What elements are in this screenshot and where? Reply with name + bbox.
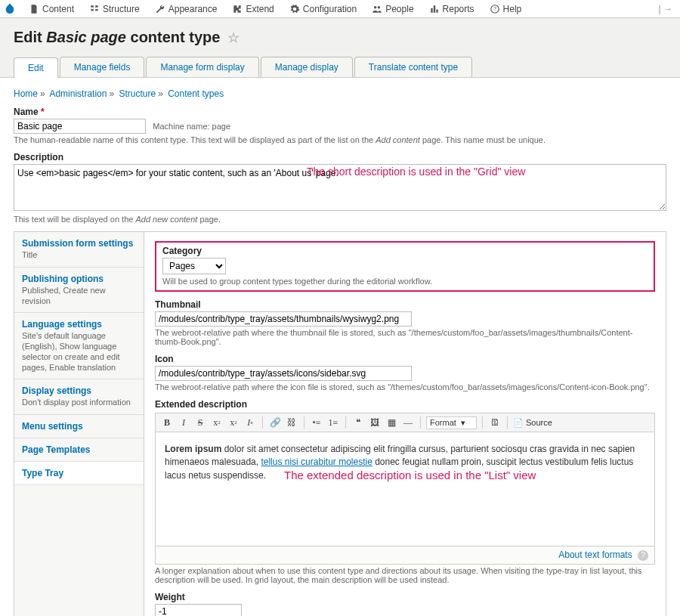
toolbar-item-content[interactable]: Content xyxy=(21,0,82,18)
vtab-page-templates[interactable]: Page Templates xyxy=(14,438,144,462)
machine-name: Machine name: page xyxy=(153,122,230,131)
toolbar-item-structure[interactable]: Structure xyxy=(82,0,147,18)
icon-label: Icon xyxy=(155,354,655,364)
icon-input[interactable] xyxy=(155,366,412,381)
wysiwyg-sample-link[interactable]: tellus nisi curabitur molestie xyxy=(261,457,372,467)
toolbar-label: Configuration xyxy=(303,4,357,14)
help-icon[interactable]: ? xyxy=(638,550,648,561)
breadcrumb-link[interactable]: Structure xyxy=(119,88,156,99)
gear-icon xyxy=(289,4,300,14)
category-description: Will be used to group content types toge… xyxy=(162,277,648,286)
file-icon xyxy=(29,4,39,14)
weight-field-wrapper: Weight Weights are used to sort types wi… xyxy=(155,592,655,616)
wysiwyg-toolbar: B I S x2 x2 Ix 🔗 ⛓ •≡ 1≡ ❝ � xyxy=(156,413,654,432)
tab-translate-content-type[interactable]: Translate content type xyxy=(354,57,472,77)
toolbar-item-extend[interactable]: Extend xyxy=(224,0,281,18)
star-icon[interactable]: ☆ xyxy=(227,30,240,45)
vertical-tabs: Submission form settings Title Publishin… xyxy=(14,231,666,616)
table-icon[interactable]: ▦ xyxy=(385,416,398,429)
vertical-tabs-panel: Category Pages Will be used to group con… xyxy=(144,232,666,616)
remove-format-icon[interactable]: Ix xyxy=(243,416,257,429)
vtab-type-tray[interactable]: Type Tray xyxy=(14,462,144,485)
toolbar-label: Extend xyxy=(246,4,274,14)
admin-toolbar: Content Structure Appearance Extend Conf… xyxy=(0,0,680,18)
icon-field-wrapper: Icon The webroot-relative path where the… xyxy=(155,354,655,392)
primary-tabs: Edit Manage fields Manage form display M… xyxy=(14,57,666,77)
breadcrumb: Home» Administration» Structure» Content… xyxy=(14,85,666,107)
unlink-icon[interactable]: ⛓ xyxy=(285,416,298,429)
format-dropdown[interactable]: Format ▾ xyxy=(426,416,477,429)
strike-icon[interactable]: S xyxy=(193,416,207,429)
toolbar-label: Structure xyxy=(103,4,140,14)
category-label: Category xyxy=(162,246,648,256)
help-icon: ? xyxy=(490,4,500,14)
name-field-wrapper: Name * Machine name: page The human-read… xyxy=(14,107,666,144)
extended-description-label: Extended description xyxy=(155,399,655,410)
annotation-extended-description: The extended description is used in the … xyxy=(284,467,536,484)
wysiwyg-body[interactable]: Lorem ipsum dolor sit amet consectetur a… xyxy=(156,432,654,546)
description-textarea[interactable]: Use <em>basic pages</em> for your static… xyxy=(14,164,666,211)
tab-manage-fields[interactable]: Manage fields xyxy=(60,57,145,77)
page-header: Edit Basic page content type ☆ Edit Mana… xyxy=(0,18,680,78)
toolbar-item-configuration[interactable]: Configuration xyxy=(282,0,364,18)
weight-label: Weight xyxy=(155,592,655,602)
vtab-publishing-options[interactable]: Publishing options Published, Create new… xyxy=(14,268,144,314)
weight-input[interactable] xyxy=(155,604,242,616)
bold-icon[interactable]: B xyxy=(160,416,174,429)
description-help: This text will be displayed on the Add n… xyxy=(14,215,666,224)
image-icon[interactable]: 🖼 xyxy=(368,416,382,429)
toolbar-item-people[interactable]: People xyxy=(364,0,421,18)
category-highlight-box: Category Pages Will be used to group con… xyxy=(155,241,655,292)
italic-icon[interactable]: I xyxy=(177,416,190,429)
toolbar-item-reports[interactable]: Reports xyxy=(422,0,482,18)
extended-description-wrapper: Extended description B I S x2 x2 Ix 🔗 ⛓ … xyxy=(155,399,655,584)
toolbar-item-appearance[interactable]: Appearance xyxy=(147,0,225,18)
puzzle-icon xyxy=(232,4,243,14)
hr-icon[interactable]: — xyxy=(401,416,415,429)
page-title: Edit Basic page content type ☆ xyxy=(14,29,666,46)
tab-manage-display[interactable]: Manage display xyxy=(261,57,353,77)
tab-manage-form-display[interactable]: Manage form display xyxy=(146,57,258,77)
about-text-formats-link[interactable]: About text formats xyxy=(558,549,632,560)
wrench-icon xyxy=(155,4,165,14)
vtab-display-settings[interactable]: Display settings Don't display post info… xyxy=(14,379,144,415)
thumbnail-input[interactable] xyxy=(155,311,412,327)
link-icon[interactable]: 🔗 xyxy=(268,416,282,429)
media-icon[interactable]: 🖻 xyxy=(488,416,502,429)
vtab-language-settings[interactable]: Language settings Site's default languag… xyxy=(14,313,144,379)
description-label: Description xyxy=(14,152,666,163)
wysiwyg-editor: B I S x2 x2 Ix 🔗 ⛓ •≡ 1≡ ❝ � xyxy=(155,413,655,565)
vtab-submission-form-settings[interactable]: Submission form settings Title xyxy=(14,232,144,268)
breadcrumb-link[interactable]: Home xyxy=(14,88,38,99)
toolbar-label: Reports xyxy=(443,4,474,14)
toolbar-item-help[interactable]: ? Help xyxy=(482,0,530,18)
number-list-icon[interactable]: 1≡ xyxy=(326,416,340,429)
tab-edit[interactable]: Edit xyxy=(14,57,58,78)
drupal-logo-icon[interactable] xyxy=(3,2,17,16)
source-icon: 📄 xyxy=(513,418,524,428)
vertical-tabs-menu: Submission form settings Title Publishin… xyxy=(14,232,144,616)
source-button[interactable]: 📄 Source xyxy=(513,418,552,428)
thumbnail-description: The webroot-relative path where the thum… xyxy=(155,328,655,346)
blockquote-icon[interactable]: ❝ xyxy=(351,416,365,429)
text-format-footer: About text formats ? xyxy=(156,546,654,564)
category-select[interactable]: Pages xyxy=(162,258,226,274)
reports-icon xyxy=(429,4,440,14)
breadcrumb-link[interactable]: Content types xyxy=(168,88,224,99)
extended-description-help: A longer explanation about when to use t… xyxy=(155,566,655,584)
structure-icon xyxy=(89,4,100,14)
icon-description: The webroot-relative path where the icon… xyxy=(155,382,655,392)
description-field-wrapper: Description Use <em>basic pages</em> for… xyxy=(14,152,666,224)
name-label: Name * xyxy=(14,107,666,117)
name-input[interactable] xyxy=(14,119,146,134)
vtab-menu-settings[interactable]: Menu settings xyxy=(14,415,144,438)
subscript-icon[interactable]: x2 xyxy=(227,416,240,429)
bullet-list-icon[interactable]: •≡ xyxy=(310,416,323,429)
breadcrumb-link[interactable]: Administration xyxy=(49,88,107,99)
people-icon xyxy=(372,4,382,14)
svg-text:?: ? xyxy=(493,6,496,11)
toolbar-label: Help xyxy=(503,4,522,14)
superscript-icon[interactable]: x2 xyxy=(210,416,224,429)
toolbar-orientation-toggle-icon[interactable]: | → xyxy=(654,4,677,14)
toolbar-label: People xyxy=(385,4,413,14)
